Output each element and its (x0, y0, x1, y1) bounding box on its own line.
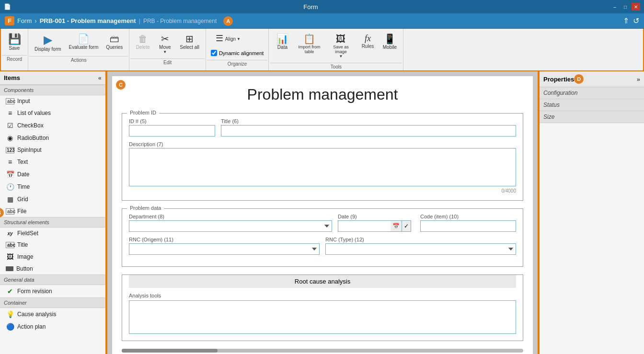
app-file-icon: 📄 (4, 3, 11, 10)
file-icon: abc (6, 208, 14, 215)
input-icon: abc (6, 98, 14, 104)
date-input[interactable] (338, 220, 391, 232)
id-field: ID # (5) (129, 118, 215, 137)
analysis-tools-box[interactable] (129, 300, 516, 334)
data-icon: 📊 (276, 34, 288, 44)
pin-icon[interactable]: ⇑ (623, 16, 629, 25)
evaluate-icon: 📄 (78, 34, 90, 44)
horizontal-scrollbar[interactable] (122, 349, 523, 353)
import-table-button[interactable]: 📋 Import from table (294, 32, 324, 57)
title-input[interactable] (221, 125, 516, 137)
rules-button[interactable]: fx Rules (357, 32, 378, 51)
dynamic-alignment-checkbox[interactable] (211, 50, 217, 56)
sidebar-collapse-button[interactable]: « (98, 74, 102, 81)
radiobutton-icon: ◉ (6, 134, 14, 142)
calendar-button[interactable]: 📅 (391, 220, 402, 232)
properties-panel: Properties D » Configuration Status Size (539, 71, 644, 354)
code-label: Code (item) (10) (420, 214, 516, 219)
sidebar-item-button[interactable]: Button (0, 263, 105, 274)
sidebar-item-cause-analysis[interactable]: 💡 Cause analysis (0, 308, 105, 320)
save-image-button[interactable]: 🖼 Save as image ▼ (325, 32, 356, 61)
sidebar-item-form-revision[interactable]: ✔ Form revision (0, 285, 105, 297)
form-row-rnc: RNC (Origem) (11) RNC (Type) (12) (129, 237, 516, 255)
properties-section-size[interactable]: Size (540, 111, 644, 123)
scrollbar-thumb[interactable] (122, 349, 218, 353)
display-form-button[interactable]: ▶ Display form (31, 32, 65, 54)
root-cause-section: Root cause analysis Analysis tools (122, 274, 523, 341)
select-all-button[interactable]: ⊞ Select all (176, 32, 203, 52)
play-icon: ▶ (44, 34, 52, 46)
breadcrumb-root[interactable]: Form (17, 17, 32, 24)
align-button[interactable]: ☰ Align ▼ (209, 32, 247, 46)
properties-header: Properties D » (540, 71, 644, 87)
sidebar-item-image[interactable]: 🖼 Image (0, 251, 105, 263)
form-row-dept-date-code: Department (8) Date (9) 📅 ✓ Code (item) … (129, 214, 516, 232)
sidebar-item-file[interactable]: abc File (0, 206, 105, 217)
rules-icon: fx (365, 34, 371, 43)
title-field: Title (6) (221, 118, 516, 137)
badge-d: D (574, 74, 584, 84)
text-icon: ≡ (6, 158, 14, 166)
minimize-button[interactable]: – (610, 3, 619, 11)
mobile-button[interactable]: 📱 Mobile (379, 32, 400, 52)
sidebar-item-input[interactable]: abc Input (0, 95, 105, 107)
restore-button[interactable]: □ (621, 3, 630, 11)
problem-id-legend: Problem ID (127, 110, 159, 115)
description-textarea[interactable] (129, 148, 516, 186)
sidebar-title: Items (4, 74, 20, 81)
title-icon: abc (6, 242, 14, 248)
rnc-type-select[interactable] (325, 243, 516, 255)
fieldset-icon: xy (6, 231, 14, 236)
evaluate-form-button[interactable]: 📄 Evaluate form (66, 32, 102, 52)
refresh-icon[interactable]: ↺ (633, 16, 639, 25)
checkbox-icon: ☑ (6, 122, 14, 129)
sidebar-item-title[interactable]: abc Title (0, 239, 105, 251)
sidebar-item-checkbox[interactable]: ☑ CheckBox (0, 119, 105, 132)
save-icon: 💾 (8, 34, 21, 45)
rnc-type-label: RNC (Type) (12) (325, 237, 516, 242)
rnc-orig-select[interactable] (129, 243, 320, 255)
analysis-tools-label: Analysis tools (129, 293, 516, 298)
move-button[interactable]: ✂ Move ▼ (154, 32, 175, 57)
titlebar-controls: – □ ✕ (610, 3, 640, 11)
sidebar-item-date[interactable]: 📅 Date (0, 168, 105, 181)
sidebar-item-radiobutton[interactable]: ◉ RadioButton (0, 132, 105, 144)
delete-button[interactable]: 🗑 Delete (132, 32, 153, 52)
date-clear-button[interactable]: ✓ (402, 220, 411, 232)
close-button[interactable]: ✕ (632, 3, 640, 11)
spininput-icon: 123 (6, 147, 14, 153)
queries-button[interactable]: 🗃 Queries (103, 32, 126, 52)
save-button[interactable]: 💾 Save (4, 32, 25, 53)
sidebar-item-fieldset[interactable]: xy FieldSet (0, 228, 105, 239)
properties-expand-button[interactable]: » (637, 76, 640, 83)
sidebar-item-spininput[interactable]: 123 SpinInput (0, 144, 105, 156)
dept-select[interactable] (129, 220, 332, 232)
data-button[interactable]: 📊 Data (272, 32, 293, 52)
sidebar-item-grid[interactable]: ▦ Grid (0, 193, 105, 206)
sidebar-item-text[interactable]: ≡ Text (0, 156, 105, 168)
queries-icon: 🗃 (110, 34, 119, 44)
breadcrumb-bar: F Form › PRB-001 - Problem management | … (0, 13, 644, 29)
date-field-wrap: 📅 ✓ (338, 220, 414, 232)
sidebar-item-time[interactable]: 🕐 Time (0, 181, 105, 193)
properties-section-configuration[interactable]: Configuration (540, 87, 644, 99)
properties-section-status[interactable]: Status (540, 99, 644, 111)
problem-id-fieldset: Problem ID ID # (5) Title (6) Descriptio… (122, 113, 523, 201)
scissors-icon: ✂ (161, 34, 169, 44)
import-icon: 📋 (303, 34, 315, 44)
code-input[interactable] (420, 220, 516, 232)
id-input[interactable] (129, 125, 215, 137)
sidebar: Items « B Components abc Input ≡ List of… (0, 71, 106, 354)
sidebar-item-list-of-values[interactable]: ≡ List of values (0, 107, 105, 119)
sidebar-item-action-plan[interactable]: 🔵 Action plan (0, 320, 105, 333)
select-all-icon: ⊞ (185, 34, 194, 44)
date-label: Date (9) (338, 214, 414, 219)
char-count: 0/4000 (129, 188, 516, 194)
properties-title: Properties (543, 76, 574, 83)
form-row-id-title: ID # (5) Title (6) (129, 118, 516, 137)
action-icon: 🔵 (6, 323, 14, 331)
ribbon: 💾 Save Record ▶ Display form 📄 Evaluate … (0, 29, 644, 71)
list-icon: ≡ (6, 109, 14, 117)
dynamic-alignment-checkbox-area: Dynamic alignment (209, 48, 266, 58)
sidebar-section-general: General data (0, 274, 105, 285)
